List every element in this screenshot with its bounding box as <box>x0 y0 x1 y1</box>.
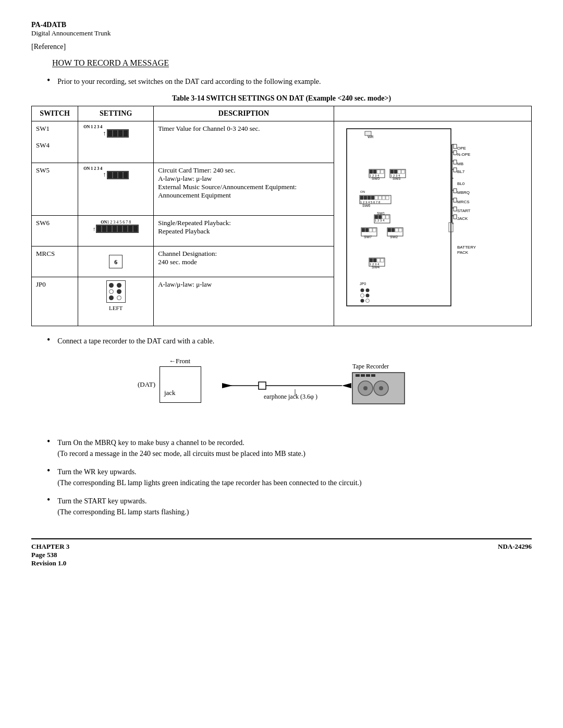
svg-rect-2 <box>454 144 457 149</box>
svg-rect-36 <box>378 215 382 219</box>
svg-rect-70 <box>370 258 373 262</box>
bullet-wr-text: Turn the WR key upwards. (The correspond… <box>57 466 361 488</box>
svg-rect-48 <box>388 228 391 232</box>
table-title: Table 3-14 SWITCH SETTINGS ON DAT (Examp… <box>31 94 532 103</box>
svg-text:earphone jack (3.6φ ): earphone jack (3.6φ ) <box>264 393 317 400</box>
svg-rect-72 <box>377 258 380 262</box>
svg-rect-105 <box>356 374 360 377</box>
svg-text:1 2 3 4: 1 2 3 4 <box>390 174 400 177</box>
svg-point-78 <box>360 294 364 298</box>
jack-label: jack <box>164 389 176 397</box>
desc-sw5: Circuit Card Timer: 240 sec. A-law/μ-law… <box>154 163 334 215</box>
svg-text:MBRQ: MBRQ <box>457 190 470 195</box>
svg-point-76 <box>360 289 364 292</box>
svg-text:JP0: JP0 <box>360 282 366 286</box>
svg-point-104 <box>379 386 383 390</box>
svg-rect-37 <box>382 215 385 219</box>
svg-rect-62 <box>454 207 457 211</box>
jp0-diagram <box>106 280 126 303</box>
svg-text:Tape Recorder: Tape Recorder <box>352 363 389 370</box>
svg-rect-26 <box>371 196 374 200</box>
svg-text:JACK: JACK <box>457 216 468 221</box>
svg-text:BATTERY: BATTERY <box>457 245 476 250</box>
svg-rect-23 <box>360 196 363 200</box>
setting-sw5: ON 1 2 3 4 ↑ <box>78 163 154 215</box>
setting-sw1: ON 1 2 3 4 ↑ <box>78 121 154 163</box>
bullet-start: • Turn the START key upwards. (The corre… <box>47 496 532 517</box>
svg-text:PACK: PACK <box>457 250 469 255</box>
desc-mrcs: Channel Designation: 240 sec. mode <box>154 246 334 277</box>
company-code: PA-4DATB <box>31 21 532 29</box>
footer-left: CHAPTER 3 Page 538 Revision 1.0 <box>31 542 69 567</box>
svg-point-102 <box>363 386 368 390</box>
svg-text:SW2: SW2 <box>390 235 398 239</box>
svg-rect-42 <box>362 228 365 232</box>
revision-label: Revision 1.0 <box>31 559 69 567</box>
svg-rect-27 <box>375 196 378 200</box>
doc-number: NDA-24296 <box>498 542 532 551</box>
bullet-mbrq: • Turn On the MBRQ key to make busy a ch… <box>47 437 532 459</box>
desc-sw1: Timer Value for Channel 0-3 240 sec. <box>154 121 334 163</box>
svg-marker-97 <box>342 383 351 388</box>
desc-jp0: A-law/μ-law: μ-law <box>154 277 334 326</box>
svg-text:SW7: SW7 <box>364 235 372 239</box>
svg-rect-55 <box>454 168 457 172</box>
page-header: PA-4DATB Digital Announcement Trunk <box>31 21 532 38</box>
th-switch: SWITCH <box>32 106 78 121</box>
svg-text:SW3: SW3 <box>393 177 400 180</box>
bullet-dot-3: • <box>47 436 50 447</box>
chapter-label: CHAPTER 3 <box>31 542 69 551</box>
dat-section: ←Front (DAT) jack <box>138 357 201 403</box>
th-setting: SETTING <box>78 106 154 121</box>
bullet-dot-2: • <box>47 335 50 346</box>
svg-rect-30 <box>386 196 389 200</box>
svg-rect-9 <box>370 170 373 174</box>
svg-text:SW5: SW5 <box>372 177 380 180</box>
svg-rect-10 <box>373 170 376 174</box>
desc-sw6: Single/Repeated Playback: Repeated Playb… <box>154 215 334 246</box>
bullet-intro-text: Prior to your recording, set switches on… <box>57 76 321 87</box>
dat-row: (DAT) jack <box>138 366 201 403</box>
bullet-connect: • Connect a tape recorder to the DAT car… <box>47 336 532 347</box>
svg-rect-45 <box>373 228 376 232</box>
switch-label-mrcs: MRCS <box>32 246 78 277</box>
svg-rect-51 <box>399 228 402 232</box>
bullet-intro: • Prior to your recording, set switches … <box>47 76 532 87</box>
svg-rect-53 <box>454 160 457 164</box>
svg-text:ON: ON <box>360 190 365 193</box>
dat-label: (DAT) <box>138 380 155 389</box>
switch-settings-table: SWITCH SETTING DESCRIPTION SW1 SW4 ON 1 … <box>31 106 532 326</box>
svg-rect-50 <box>395 228 398 232</box>
svg-rect-17 <box>394 170 397 174</box>
svg-rect-0 <box>347 129 451 306</box>
svg-text:1 2 3 4: 1 2 3 4 <box>370 263 380 266</box>
bullet-dot-1: • <box>47 75 50 86</box>
svg-rect-43 <box>365 228 369 232</box>
svg-text:MB: MB <box>457 162 463 166</box>
svg-text:BL0: BL0 <box>457 181 465 186</box>
page-footer: CHAPTER 3 Page 538 Revision 1.0 NDA-2429… <box>31 538 532 567</box>
svg-text:1 2 3 4: 1 2 3 4 <box>370 174 380 177</box>
switch-label-jp0: JP0 <box>32 277 78 326</box>
svg-rect-19 <box>401 170 405 174</box>
dat-connection-diagram: ←Front (DAT) jack earphone jack (3.6φ ) <box>31 357 532 422</box>
setting-sw6: ON1 2 3 4 5 6 7 8 ↑ <box>78 215 154 246</box>
bullet-wr: • Turn the WR key upwards. (The correspo… <box>47 466 532 488</box>
reference: [Reference] <box>31 43 532 51</box>
svg-rect-35 <box>375 215 378 219</box>
svg-rect-25 <box>368 196 371 200</box>
svg-rect-28 <box>378 196 382 200</box>
svg-rect-29 <box>382 196 385 200</box>
board-svg: OPE N-OPE WR SW5 <box>336 124 503 322</box>
dat-box: jack <box>160 366 201 403</box>
bullet-dot-5: • <box>47 495 50 505</box>
board-diagram-cell: OPE N-OPE WR SW5 <box>334 121 531 326</box>
svg-rect-64 <box>454 215 457 219</box>
connection-svg: earphone jack (3.6φ ) Tape Recorder <box>217 357 425 419</box>
svg-text:SW4: SW4 <box>372 265 380 269</box>
section-title: HOW TO RECORD A MESSAGE <box>52 58 532 68</box>
svg-rect-16 <box>390 170 394 174</box>
svg-rect-107 <box>366 374 370 377</box>
svg-rect-4 <box>454 151 457 155</box>
svg-point-79 <box>365 294 369 298</box>
